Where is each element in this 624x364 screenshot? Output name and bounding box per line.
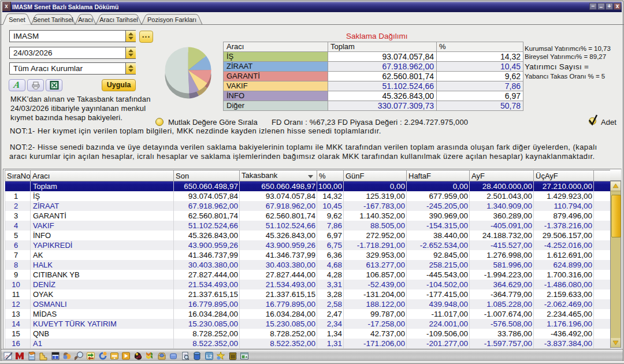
svg-text:Senet: Senet <box>9 16 25 23</box>
svg-text:Aracı Tarihsel: Aracı Tarihsel <box>99 16 138 23</box>
svg-text:Aracı: Aracı <box>78 16 93 23</box>
svg-text:Senet Tarihsel: Senet Tarihsel <box>33 16 73 23</box>
svg-text:L2: L2 <box>206 354 213 359</box>
svg-text:Pozisyon Farkları: Pozisyon Farkları <box>147 16 196 23</box>
